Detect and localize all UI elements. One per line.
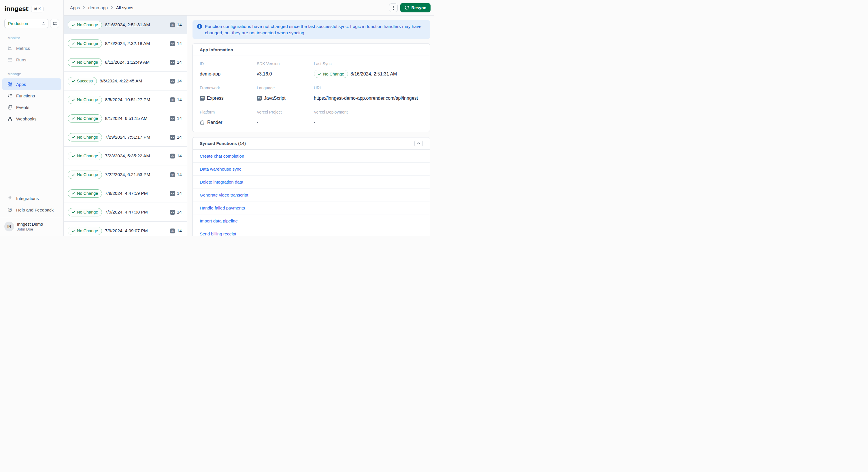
function-row[interactable]: Import data pipeline bbox=[193, 214, 430, 227]
app-information-header: App Information bbox=[193, 44, 430, 56]
sync-timestamp: 7/22/2024, 6:21:53 PM bbox=[105, 172, 150, 177]
sidebar-item-runs[interactable]: Runs bbox=[0, 54, 63, 65]
info-icon: i bbox=[197, 24, 202, 29]
synced-functions-title: Synced Functions (14) bbox=[200, 141, 246, 146]
sync-row[interactable]: No Change 7/23/2024, 5:35:22 AM <> 14 bbox=[64, 147, 187, 165]
code-icon: <> bbox=[170, 210, 175, 215]
sliders-icon bbox=[53, 21, 57, 26]
command-k-shortcut[interactable]: ⌘ K bbox=[31, 6, 43, 12]
environment-settings-button[interactable] bbox=[50, 19, 59, 28]
sidebar-item-label: Runs bbox=[16, 57, 26, 62]
webhook-icon bbox=[7, 117, 12, 121]
platform-cell: Platform Render bbox=[200, 110, 257, 126]
collapse-button[interactable] bbox=[414, 140, 423, 147]
check-icon bbox=[72, 211, 75, 214]
javascript-icon: JS bbox=[257, 96, 262, 101]
status-badge: No Change bbox=[68, 115, 102, 123]
kebab-menu-icon bbox=[393, 5, 394, 10]
sync-timestamp: 7/9/2024, 4:09:07 PM bbox=[105, 228, 148, 233]
vercel-deployment-cell: Vercel Deployment - bbox=[314, 110, 423, 126]
sidebar-item-functions[interactable]: Functions bbox=[0, 90, 63, 101]
environment-select[interactable]: Production bbox=[4, 19, 49, 28]
status-badge: Success bbox=[68, 77, 97, 85]
check-icon bbox=[72, 192, 75, 195]
sync-row[interactable]: No Change 7/29/2024, 7:51:17 PM <> 14 bbox=[64, 128, 187, 147]
function-row[interactable]: Handle failed payments bbox=[193, 201, 430, 214]
function-row[interactable]: Send billing receipt bbox=[193, 227, 430, 236]
language-cell: Language JS JavaScript bbox=[257, 86, 314, 102]
sync-row[interactable]: No Change 8/11/2024, 1:12:49 AM <> 14 bbox=[64, 53, 187, 72]
check-icon bbox=[72, 61, 75, 64]
logo-row: inngest ⌘ K bbox=[0, 4, 63, 14]
vercel-project-value: - bbox=[257, 118, 314, 126]
field-label: Framework bbox=[200, 86, 257, 90]
inngest-logo[interactable]: inngest bbox=[4, 5, 28, 12]
sync-timestamp: 8/5/2024, 10:51:27 PM bbox=[105, 97, 150, 102]
main-area: Apps demo-app All syncs Resync bbox=[64, 0, 434, 236]
breadcrumb-apps[interactable]: Apps bbox=[70, 5, 80, 10]
function-link[interactable]: Send billing receipt bbox=[200, 231, 236, 236]
function-link[interactable]: Handle failed payments bbox=[200, 206, 245, 210]
sidebar-item-apps[interactable]: Apps bbox=[2, 78, 61, 90]
function-count: 14 bbox=[177, 228, 182, 233]
user-org: Inngest Demo bbox=[17, 222, 43, 226]
sidebar-item-label: Integrations bbox=[16, 196, 39, 201]
sdk-version-value: v3.16.0 bbox=[257, 70, 314, 78]
status-badge: No Change bbox=[68, 189, 102, 198]
sync-timestamp: 8/11/2024, 1:12:49 AM bbox=[105, 60, 150, 65]
nav-section-monitor: Monitor bbox=[0, 36, 63, 40]
user-menu[interactable]: IN Inngest Demo John Doe bbox=[0, 218, 63, 236]
function-row[interactable]: Create chat completion bbox=[193, 150, 430, 162]
breadcrumb-demo-app[interactable]: demo-app bbox=[88, 5, 108, 10]
field-label: Vercel Project bbox=[257, 110, 314, 115]
resync-button[interactable]: Resync bbox=[400, 3, 431, 12]
sidebar-item-metrics[interactable]: Metrics bbox=[0, 42, 63, 54]
status-badge: No Change bbox=[68, 227, 102, 235]
sidebar-item-help[interactable]: ? Help and Feedback bbox=[0, 204, 63, 216]
function-row[interactable]: Delete integration data bbox=[193, 176, 430, 188]
url-cell: URL https://inngest-demo-app.onrender.co… bbox=[314, 86, 423, 102]
sync-row[interactable]: No Change 8/16/2024, 2:32:18 AM <> 14 bbox=[64, 34, 187, 53]
function-link[interactable]: Delete integration data bbox=[200, 180, 243, 184]
sync-timestamp: 7/23/2024, 5:35:22 AM bbox=[105, 153, 150, 158]
check-icon bbox=[72, 80, 75, 83]
sidebar-footer: Integrations ? Help and Feedback bbox=[0, 192, 63, 218]
sidebar-item-label: Functions bbox=[16, 93, 35, 98]
sidebar-item-integrations[interactable]: Integrations bbox=[0, 192, 63, 204]
app-root: inngest ⌘ K Production Monitor bbox=[0, 0, 434, 236]
sidebar-item-webhooks[interactable]: Webhooks bbox=[0, 113, 63, 124]
sync-row[interactable]: No Change 7/22/2024, 6:21:53 PM <> 14 bbox=[64, 165, 187, 184]
sdk-version-cell: SDK Version v3.16.0 bbox=[257, 61, 314, 78]
check-icon bbox=[72, 42, 75, 45]
sync-row[interactable]: No Change 7/9/2024, 4:47:59 PM <> 14 bbox=[64, 184, 187, 203]
sidebar-item-events[interactable]: Events bbox=[0, 101, 63, 113]
sync-row[interactable]: No Change 7/9/2024, 4:09:07 PM <> 14 bbox=[64, 222, 187, 236]
sync-row[interactable]: Success 8/6/2024, 4:22:45 AM <> 14 bbox=[64, 72, 187, 91]
function-row[interactable]: Data warehouse sync bbox=[193, 162, 430, 176]
function-link[interactable]: Generate video transcript bbox=[200, 192, 248, 197]
app-id-value: demo-app bbox=[200, 70, 257, 78]
app-information-card: App Information ID demo-app SDK Version … bbox=[192, 43, 430, 132]
field-label: Platform bbox=[200, 110, 257, 115]
breadcrumb: Apps demo-app All syncs bbox=[70, 5, 133, 10]
code-icon: <> bbox=[170, 135, 175, 140]
more-options-button[interactable] bbox=[389, 3, 398, 12]
sync-row[interactable]: No Change 8/16/2024, 2:51:31 AM <> 14 bbox=[64, 15, 187, 34]
sync-row[interactable]: No Change 8/1/2024, 6:51:15 AM <> 14 bbox=[64, 109, 187, 128]
sidebar-item-label: Webhooks bbox=[16, 117, 37, 121]
info-banner-text: Function configurations have not changed… bbox=[205, 23, 425, 36]
sync-timestamp: 8/1/2024, 6:51:15 AM bbox=[105, 116, 147, 121]
sync-row[interactable]: No Change 7/9/2024, 4:47:38 PM <> 14 bbox=[64, 203, 187, 222]
synced-functions-header: Synced Functions (14) bbox=[193, 137, 430, 150]
sync-row[interactable]: No Change 8/5/2024, 10:51:27 PM <> 14 bbox=[64, 91, 187, 109]
function-row[interactable]: Generate video transcript bbox=[193, 188, 430, 201]
function-link[interactable]: Import data pipeline bbox=[200, 218, 238, 223]
function-link[interactable]: Data warehouse sync bbox=[200, 166, 241, 171]
code-icon: <> bbox=[170, 228, 175, 233]
function-count: 14 bbox=[177, 60, 182, 65]
function-link[interactable]: Create chat completion bbox=[200, 154, 244, 158]
check-icon bbox=[72, 99, 75, 101]
status-badge: No Change bbox=[68, 133, 102, 141]
status-badge: No Change bbox=[68, 152, 102, 160]
platform-value: Render bbox=[200, 118, 257, 126]
